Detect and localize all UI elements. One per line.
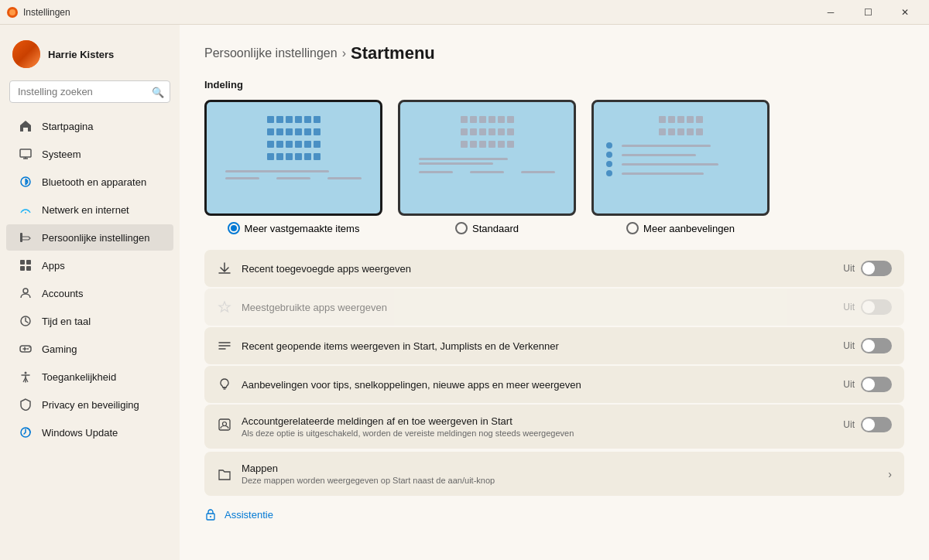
- svg-point-11: [23, 289, 28, 293]
- lines-icon: [217, 338, 232, 353]
- folder-icon: [217, 466, 232, 482]
- sidebar-label-systeem: Systeem: [42, 149, 81, 160]
- search-input[interactable]: [9, 80, 170, 103]
- breadcrumb: Persoonlijke instellingen › Startmenu: [204, 43, 904, 63]
- sidebar: Harrie Kisters 🔍 Startpagina Syste: [0, 25, 180, 560]
- sidebar-item-windows-update[interactable]: Windows Update: [6, 419, 173, 446]
- recent-geopend-toggle-area: Uit: [843, 338, 892, 353]
- recent-apps-toggle[interactable]: [861, 261, 892, 276]
- sidebar-item-tijd[interactable]: Tijd en taal: [6, 308, 173, 334]
- layout-radio-3[interactable]: Meer aanbevelingen: [626, 222, 735, 234]
- user-profile: Harrie Kisters: [0, 34, 180, 80]
- account-box-icon: [217, 417, 232, 432]
- recent-apps-toggle-area: Uit: [843, 261, 892, 276]
- shield-icon: [19, 398, 33, 411]
- layout-radio-2[interactable]: Standaard: [455, 222, 519, 234]
- svg-point-22: [223, 422, 227, 426]
- bluetooth-icon: [19, 175, 33, 189]
- clock-icon: [19, 314, 33, 328]
- breadcrumb-parent: Persoonlijke instellingen: [204, 46, 338, 60]
- account-meldingen-toggle-label: Uit: [843, 419, 855, 430]
- app-body: Harrie Kisters 🔍 Startpagina Syste: [0, 25, 929, 560]
- aanbevelingen-toggle-label: Uit: [843, 379, 855, 390]
- account-meldingen-toggle[interactable]: [861, 417, 892, 432]
- svg-point-1: [9, 9, 15, 15]
- layout-options: Meer vastgemaakte items: [204, 100, 904, 234]
- svg-rect-10: [26, 266, 31, 271]
- recent-geopend-toggle-label: Uit: [843, 340, 855, 351]
- account-meldingen-sub: Als deze optie is uitgeschakeld, worden …: [242, 429, 834, 438]
- aanbevelingen-toggle-area: Uit: [843, 377, 892, 392]
- layout-option-standaard[interactable]: Standaard: [398, 100, 576, 234]
- sidebar-item-startpagina[interactable]: Startpagina: [6, 113, 173, 139]
- account-meldingen-toggle-area: Uit: [843, 417, 892, 432]
- settings-row-aanbevelingen: Aanbevelingen voor tips, snelkoppelingen…: [204, 366, 904, 403]
- svg-point-16: [25, 372, 27, 374]
- recent-geopend-toggle[interactable]: [861, 338, 892, 353]
- settings-row-mappen[interactable]: ➜ Mappen Deze mappen worden weergegeven …: [204, 452, 904, 496]
- brush-icon: [19, 230, 33, 244]
- mappen-text: Mappen Deze mappen worden weergegeven op…: [242, 463, 879, 485]
- sidebar-label-startpagina: Startpagina: [42, 121, 94, 132]
- svg-point-14: [27, 348, 29, 350]
- titlebar-controls: ─ ☐ ✕: [813, 0, 923, 25]
- meest-gebruikt-toggle: [861, 299, 892, 315]
- sidebar-label-toegankelijkheid: Toegankelijkheid: [42, 371, 116, 383]
- layout-option-meer-aanbevelingen[interactable]: Meer aanbevelingen: [591, 100, 770, 234]
- layout-radio-1[interactable]: Meer vastgemaakte items: [228, 222, 360, 234]
- svg-rect-7: [20, 260, 25, 265]
- layout-label-2: Standaard: [472, 223, 519, 234]
- svg-point-24: [210, 516, 211, 517]
- svg-point-15: [29, 347, 30, 348]
- titlebar-app-icon: [6, 6, 19, 19]
- sidebar-item-bluetooth[interactable]: Bluetooth en apparaten: [6, 169, 173, 195]
- sidebar-label-netwerk: Netwerk en internet: [42, 204, 129, 216]
- assistentie-label: Assistentie: [225, 509, 273, 521]
- settings-row-meest-gebruikt: Meestgebruikte apps weergeven Uit: [204, 289, 904, 326]
- aanbevelingen-toggle[interactable]: [861, 377, 892, 392]
- settings-row-recent-geopend: Recent geopende items weergeven in Start…: [204, 327, 904, 364]
- recent-apps-text: Recent toegevoegde apps weergeven: [242, 263, 834, 275]
- recent-geopend-text: Recent geopende items weergeven in Start…: [242, 340, 834, 352]
- section-indeling-title: Indeling: [204, 79, 904, 90]
- svg-rect-9: [20, 266, 25, 271]
- maximize-button[interactable]: ☐: [850, 0, 886, 25]
- home-icon: [19, 119, 33, 133]
- meest-gebruikt-text: Meestgebruikte apps weergeven: [242, 302, 834, 313]
- account-meldingen-text: Accountgerelateerde meldingen af en toe …: [242, 415, 834, 438]
- settings-list: Recent toegevoegde apps weergeven Uit Me…: [204, 250, 904, 496]
- search-icon: 🔍: [152, 86, 164, 97]
- sidebar-item-systeem[interactable]: Systeem: [6, 141, 173, 167]
- sidebar-item-privacy[interactable]: Privacy en beveiliging: [6, 391, 173, 418]
- sidebar-label-bluetooth: Bluetooth en apparaten: [42, 176, 146, 188]
- recent-apps-toggle-label: Uit: [843, 263, 855, 274]
- assistentie-row[interactable]: Assistentie: [204, 496, 904, 521]
- update-icon: [19, 425, 33, 439]
- svg-rect-2: [20, 149, 31, 157]
- sidebar-item-netwerk[interactable]: Netwerk en internet: [6, 196, 173, 223]
- sidebar-item-toegankelijkheid[interactable]: Toegankelijkheid: [6, 364, 173, 390]
- sidebar-item-gaming[interactable]: Gaming: [6, 336, 173, 362]
- meest-gebruikt-toggle-area: Uit: [843, 299, 892, 315]
- layout-label-1: Meer vastgemaakte items: [245, 223, 360, 234]
- sidebar-item-accounts[interactable]: Accounts: [6, 280, 173, 306]
- sidebar-item-apps[interactable]: Apps: [6, 252, 173, 278]
- sidebar-label-gaming: Gaming: [42, 343, 77, 355]
- minimize-button[interactable]: ─: [813, 0, 848, 25]
- lock-icon: [204, 508, 217, 521]
- search-box: 🔍: [9, 80, 170, 103]
- sidebar-item-persoonlijk[interactable]: Persoonlijke instellingen: [6, 224, 173, 251]
- main-content: Persoonlijke instellingen › Startmenu In…: [180, 25, 929, 560]
- settings-row-account-meldingen: Accountgerelateerde meldingen af en toe …: [204, 405, 904, 449]
- accessibility-icon: [19, 370, 33, 384]
- layout-option-meer-vastgemaakt[interactable]: Meer vastgemaakte items: [204, 100, 382, 234]
- sidebar-label-windows-update: Windows Update: [42, 427, 118, 439]
- svg-point-4: [25, 212, 26, 213]
- svg-rect-8: [26, 260, 31, 265]
- person-icon: [19, 286, 33, 300]
- radio-unchecked-icon-2: [626, 222, 639, 234]
- mappen-title: Mappen: [242, 463, 879, 474]
- close-button[interactable]: ✕: [887, 0, 923, 25]
- sidebar-label-apps: Apps: [42, 260, 65, 271]
- titlebar-title: Instellingen: [23, 7, 813, 18]
